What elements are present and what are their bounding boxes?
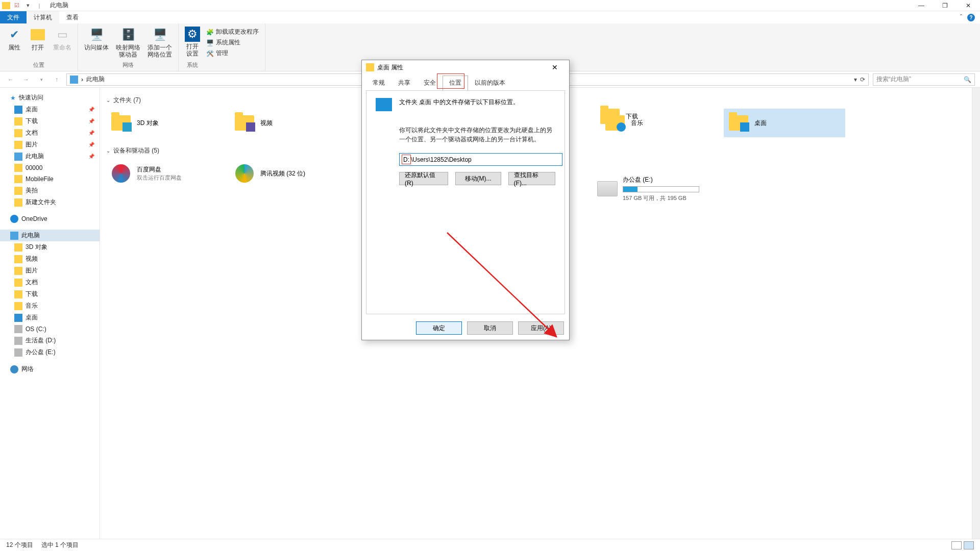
sidebar-item-mobilefile[interactable]: MobileFile <box>0 173 100 185</box>
breadcrumb-location[interactable]: 此电脑 <box>86 75 105 84</box>
status-selected-count: 选中 1 个项目 <box>41 541 79 549</box>
chevron-down-icon: ⌄ <box>106 97 110 103</box>
folder-tile-3d[interactable]: 3D 对象 <box>106 109 228 137</box>
sidebar-drive-e[interactable]: 办公盘 (E:) <box>0 346 100 358</box>
sidebar-item-label: 桌面 <box>26 313 38 322</box>
qat-dropdown-icon[interactable]: ▾ <box>23 1 33 10</box>
sidebar-network[interactable]: 网络 <box>0 363 100 375</box>
system-props-item[interactable]: 🖥️系统属性 <box>206 38 259 47</box>
view-details-button[interactable] <box>951 541 962 549</box>
add-location-label: 添加一个 网络位置 <box>148 44 172 58</box>
address-dropdown-icon[interactable]: ▾ <box>854 76 857 83</box>
up-button[interactable]: ↑ <box>51 74 62 85</box>
sidebar-item-meipai[interactable]: 美拍 <box>0 185 100 196</box>
sidebar-this-pc-label: 此电脑 <box>21 231 40 240</box>
view-tiles-button[interactable] <box>964 541 974 549</box>
qat-checkbox-icon[interactable]: ☑ <box>12 1 21 10</box>
sidebar-item-label: 新建文件夹 <box>26 198 56 207</box>
tab-previous-versions[interactable]: 以前的版本 <box>468 76 512 91</box>
forward-button[interactable]: → <box>20 74 32 85</box>
sidebar-drive-c[interactable]: OS (C:) <box>0 323 100 335</box>
status-bar: 12 个项目 选中 1 个项目 <box>0 539 980 551</box>
device-tile-baidu[interactable]: 百度网盘 双击运行百度网盘 <box>106 159 228 188</box>
sidebar-item-00000[interactable]: 00000 <box>0 162 100 173</box>
drive-icon <box>14 348 22 357</box>
annotation-arrow <box>444 230 572 347</box>
add-network-location-button[interactable]: 🖥️ 添加一个 网络位置 <box>144 26 175 59</box>
explorer-icon <box>2 2 10 9</box>
minimize-button[interactable]: — <box>910 0 933 11</box>
open-settings-label: 打开 设置 <box>186 43 199 57</box>
sidebar-item-pictures[interactable]: 图片📌 <box>0 139 100 151</box>
tab-view[interactable]: 查看 <box>59 11 86 23</box>
tab-location[interactable]: 位置 <box>443 76 468 91</box>
access-media-button[interactable]: 🖥️ 访问媒体 <box>81 26 112 59</box>
pc-icon <box>14 153 22 161</box>
sidebar-pictures-pc[interactable]: 图片 <box>0 265 100 277</box>
tab-file[interactable]: 文件 <box>0 11 27 23</box>
sidebar-item-desktop[interactable]: 桌面📌 <box>0 104 100 115</box>
path-drive-letter: D: <box>402 155 411 164</box>
drive-icon <box>14 325 22 333</box>
dialog-titlebar[interactable]: 桌面 属性 ✕ <box>362 60 569 74</box>
ribbon-group-system: ⚙ 打开 设置 系统 🧩卸载或更改程序 🖥️系统属性 🛠️管理 <box>179 23 265 71</box>
restore-defaults-button[interactable]: 还原默认值(R) <box>399 172 448 185</box>
sidebar-network-label: 网络 <box>21 365 34 373</box>
sidebar-item-downloads[interactable]: 下载📌 <box>0 115 100 127</box>
sidebar-this-pc[interactable]: 此电脑 <box>0 230 100 241</box>
search-icon: 🔍 <box>964 76 971 83</box>
map-drive-button[interactable]: 🗄️ 映射网络 驱动器 <box>113 26 143 59</box>
folder-tile-desktop[interactable]: 桌面 <box>724 109 845 137</box>
tab-sharing[interactable]: 共享 <box>391 76 417 91</box>
sidebar-item-thispc-quick[interactable]: 此电脑📌 <box>0 151 100 162</box>
manage-item[interactable]: 🛠️管理 <box>206 49 259 58</box>
tab-computer[interactable]: 计算机 <box>27 11 59 23</box>
sidebar-item-documents[interactable]: 文档📌 <box>0 127 100 139</box>
sidebar-desktop-pc[interactable]: 桌面 <box>0 312 100 323</box>
uninstall-item[interactable]: 🧩卸载或更改程序 <box>206 28 259 36</box>
close-button[interactable]: ✕ <box>957 0 980 11</box>
sidebar-quick-access[interactable]: ★ 快速访问 <box>0 92 100 104</box>
access-media-label: 访问媒体 <box>84 44 109 51</box>
sidebar-downloads-pc[interactable]: 下载 <box>0 288 100 300</box>
pin-icon: 📌 <box>88 154 94 159</box>
properties-button[interactable]: ✔ 属性 <box>3 26 26 52</box>
sidebar-videos[interactable]: 视频 <box>0 253 100 265</box>
sidebar-item-newfolder[interactable]: 新建文件夹 <box>0 196 100 208</box>
tab-security[interactable]: 安全 <box>417 76 443 91</box>
pictures-icon <box>14 141 22 149</box>
vertical-scrollbar[interactable] <box>972 88 980 539</box>
rename-button: ▭ 重命名 <box>50 26 75 52</box>
sidebar-music-pc[interactable]: 音乐 <box>0 300 100 312</box>
svg-line-0 <box>447 233 556 337</box>
open-button[interactable]: 打开 <box>27 26 49 52</box>
maximize-button[interactable]: ❐ <box>933 0 957 11</box>
sidebar-onedrive[interactable]: OneDrive <box>0 213 100 224</box>
folder-icon <box>14 290 22 298</box>
refresh-icon[interactable]: ⟳ <box>860 76 865 83</box>
dialog-close-button[interactable]: ✕ <box>545 63 565 71</box>
recent-dropdown[interactable]: ▾ <box>36 74 47 85</box>
move-button[interactable]: 移动(M)... <box>455 172 501 185</box>
find-target-button[interactable]: 查找目标(F)... <box>508 172 555 185</box>
sidebar-drive-d[interactable]: 生活盘 (D:) <box>0 335 100 346</box>
search-input[interactable]: 搜索“此电脑” 🔍 <box>873 73 975 86</box>
help-icon[interactable]: ? <box>967 14 975 21</box>
system-small-actions: 🧩卸载或更改程序 🖥️系统属性 🛠️管理 <box>203 26 262 70</box>
sidebar-documents-pc[interactable]: 文档 <box>0 277 100 288</box>
folder-icon <box>14 302 22 310</box>
back-button[interactable]: ← <box>5 74 16 85</box>
drive-tile-e[interactable]: 办公盘 (E:) 157 GB 可用，共 195 GB <box>595 174 728 203</box>
group-location-label: 位置 <box>33 60 44 70</box>
open-settings-button[interactable]: ⚙ 打开 设置 <box>182 26 203 58</box>
pin-icon: 📌 <box>88 142 94 147</box>
tile-label: 3D 对象 <box>137 119 159 128</box>
sidebar-item-label: 音乐 <box>26 302 38 310</box>
sidebar-3d-objects[interactable]: 3D 对象 <box>0 241 100 253</box>
folder-tile-videos[interactable]: 视频 <box>230 109 351 137</box>
location-path-input[interactable]: D:\Users\12852\Desktop <box>399 153 562 166</box>
sidebar-item-label: 3D 对象 <box>26 243 47 252</box>
ribbon-collapse-icon[interactable]: ˆ <box>960 14 962 21</box>
device-tile-tencent[interactable]: 腾讯视频 (32 位) <box>230 159 351 188</box>
tab-general[interactable]: 常规 <box>366 76 391 91</box>
